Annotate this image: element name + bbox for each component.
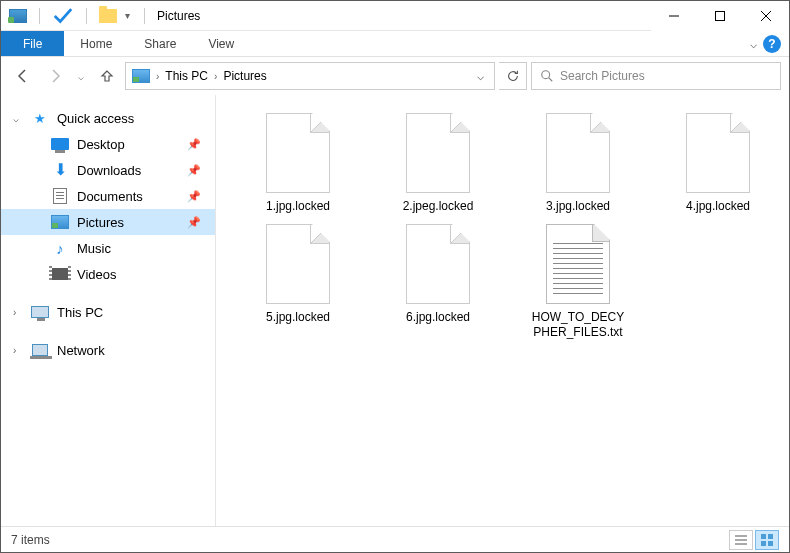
search-icon xyxy=(540,69,554,83)
music-icon: ♪ xyxy=(51,240,69,256)
pin-icon: 📌 xyxy=(187,216,201,229)
view-toggle-group xyxy=(729,530,779,550)
tab-view[interactable]: View xyxy=(192,31,250,56)
sidebar-item-label: Pictures xyxy=(77,215,124,230)
expand-caret-icon[interactable]: ⌵ xyxy=(13,113,19,124)
file-item[interactable]: 1.jpg.locked xyxy=(248,113,348,214)
separator xyxy=(144,8,145,24)
svg-rect-1 xyxy=(716,11,725,20)
separator xyxy=(39,8,40,24)
folder-system-icon[interactable] xyxy=(9,9,27,23)
file-name-label: 3.jpg.locked xyxy=(546,199,610,214)
file-item[interactable]: HOW_TO_DECYPHER_FILES.txt xyxy=(528,224,628,340)
chevron-right-icon[interactable]: › xyxy=(212,71,219,82)
refresh-button[interactable] xyxy=(499,62,527,90)
file-list[interactable]: 1.jpg.locked2.jpeg.locked3.jpg.locked4.j… xyxy=(216,95,789,527)
blank-file-icon xyxy=(406,224,470,304)
pictures-icon xyxy=(51,215,69,229)
sidebar-item-label: Desktop xyxy=(77,137,125,152)
file-name-label: 4.jpg.locked xyxy=(686,199,750,214)
file-item[interactable]: 6.jpg.locked xyxy=(388,224,488,340)
sidebar-item-downloads[interactable]: ⬇ Downloads 📌 xyxy=(1,157,215,183)
documents-icon xyxy=(53,188,67,204)
sidebar-this-pc[interactable]: › This PC xyxy=(1,299,215,325)
file-name-label: 6.jpg.locked xyxy=(406,310,470,325)
search-input[interactable]: Search Pictures xyxy=(531,62,781,90)
back-button[interactable] xyxy=(9,62,37,90)
forward-button[interactable] xyxy=(41,62,69,90)
tab-share[interactable]: Share xyxy=(128,31,192,56)
this-pc-icon xyxy=(31,306,49,318)
sidebar-network[interactable]: › Network xyxy=(1,337,215,363)
window-title: Pictures xyxy=(157,9,200,23)
sidebar-item-label: Network xyxy=(57,343,105,358)
tab-file[interactable]: File xyxy=(1,31,64,56)
pin-icon: 📌 xyxy=(187,138,201,151)
breadcrumb-segment[interactable]: This PC xyxy=(165,69,208,83)
blank-file-icon xyxy=(686,113,750,193)
svg-rect-9 xyxy=(761,534,766,539)
address-dropdown-icon[interactable]: ⌵ xyxy=(473,69,488,83)
sidebar-item-label: Music xyxy=(77,241,111,256)
file-item[interactable]: 5.jpg.locked xyxy=(248,224,348,340)
pin-icon: 📌 xyxy=(187,164,201,177)
up-button[interactable] xyxy=(93,62,121,90)
recent-dropdown-icon[interactable]: ⌵ xyxy=(73,62,89,90)
thumbnails-view-button[interactable] xyxy=(755,530,779,550)
ribbon-expand-icon[interactable]: ⌵ xyxy=(750,37,757,51)
blank-file-icon xyxy=(266,224,330,304)
navigation-pane: ⌵ ★ Quick access Desktop 📌 ⬇ Downloads 📌… xyxy=(1,95,216,527)
titlebar: ▾ Pictures xyxy=(1,1,789,31)
sidebar-item-label: Videos xyxy=(77,267,117,282)
navigation-row: ⌵ › This PC › Pictures ⌵ Search Pictures xyxy=(1,57,789,95)
body-area: ⌵ ★ Quick access Desktop 📌 ⬇ Downloads 📌… xyxy=(1,95,789,527)
maximize-button[interactable] xyxy=(697,1,743,31)
blank-file-icon xyxy=(406,113,470,193)
details-view-button[interactable] xyxy=(729,530,753,550)
close-button[interactable] xyxy=(743,1,789,31)
sidebar-item-label: Downloads xyxy=(77,163,141,178)
downloads-icon: ⬇ xyxy=(51,162,69,178)
file-item[interactable]: 3.jpg.locked xyxy=(528,113,628,214)
address-bar[interactable]: › This PC › Pictures ⌵ xyxy=(125,62,495,90)
tab-home[interactable]: Home xyxy=(64,31,128,56)
ribbon-tabs: File Home Share View ⌵ ? xyxy=(1,31,789,57)
star-icon: ★ xyxy=(31,110,49,126)
file-name-label: 5.jpg.locked xyxy=(266,310,330,325)
item-count: 7 items xyxy=(11,533,50,547)
breadcrumb-segment[interactable]: Pictures xyxy=(223,69,266,83)
sidebar-item-videos[interactable]: Videos xyxy=(1,261,215,287)
sidebar-item-label: Documents xyxy=(77,189,143,204)
expand-caret-icon[interactable]: › xyxy=(13,307,16,318)
sidebar-item-label: Quick access xyxy=(57,111,134,126)
chevron-right-icon[interactable]: › xyxy=(154,71,161,82)
file-name-label: 2.jpeg.locked xyxy=(403,199,474,214)
file-item[interactable]: 4.jpg.locked xyxy=(668,113,768,214)
blank-file-icon xyxy=(266,113,330,193)
svg-rect-12 xyxy=(768,541,773,546)
statusbar: 7 items xyxy=(1,526,789,552)
network-icon xyxy=(32,344,48,356)
separator xyxy=(86,8,87,24)
window-controls xyxy=(651,1,789,31)
qat-properties-icon[interactable] xyxy=(52,5,74,27)
location-icon xyxy=(132,69,150,83)
qat-dropdown-icon[interactable]: ▾ xyxy=(123,10,132,21)
qat-newfolder-icon[interactable] xyxy=(99,9,117,23)
file-item[interactable]: 2.jpeg.locked xyxy=(388,113,488,214)
sidebar-item-pictures[interactable]: Pictures 📌 xyxy=(1,209,215,235)
sidebar-item-documents[interactable]: Documents 📌 xyxy=(1,183,215,209)
sidebar-item-desktop[interactable]: Desktop 📌 xyxy=(1,131,215,157)
svg-line-5 xyxy=(549,78,553,82)
svg-point-4 xyxy=(542,71,550,79)
help-icon[interactable]: ? xyxy=(763,35,781,53)
sidebar-quick-access[interactable]: ⌵ ★ Quick access xyxy=(1,105,215,131)
text-file-icon xyxy=(546,224,610,304)
videos-icon xyxy=(52,268,68,280)
minimize-button[interactable] xyxy=(651,1,697,31)
file-name-label: HOW_TO_DECYPHER_FILES.txt xyxy=(528,310,628,340)
expand-caret-icon[interactable]: › xyxy=(13,345,16,356)
search-placeholder: Search Pictures xyxy=(560,69,645,83)
sidebar-item-label: This PC xyxy=(57,305,103,320)
sidebar-item-music[interactable]: ♪ Music xyxy=(1,235,215,261)
